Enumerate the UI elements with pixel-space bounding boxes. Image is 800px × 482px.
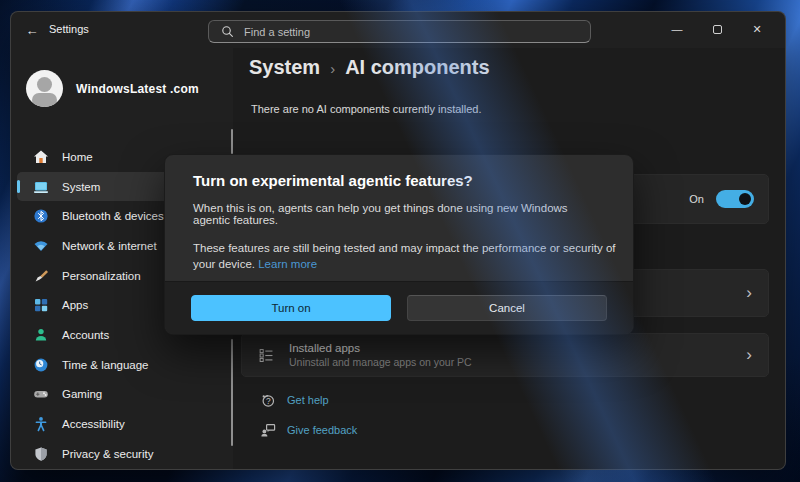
cancel-button[interactable]: Cancel: [407, 295, 607, 321]
search-placeholder: Find a setting: [244, 26, 310, 38]
sidebar-item-label: Personalization: [62, 270, 141, 282]
sidebar-item-label: Gaming: [62, 388, 102, 400]
gaming-icon: [32, 386, 49, 403]
system-icon: [32, 178, 49, 195]
sidebar-item-label: Apps: [62, 299, 88, 311]
sidebar-item-time-language[interactable]: Time & language: [17, 350, 223, 380]
home-icon: [32, 148, 49, 165]
desktop-wallpaper: ← Settings Find a setting — ✕ WindowsLat…: [0, 0, 800, 482]
agentic-features-dialog: Turn on experimental agentic features? W…: [164, 154, 634, 335]
close-button[interactable]: ✕: [737, 16, 777, 42]
window-controls: — ✕: [657, 16, 777, 42]
sidebar-item-windows-update[interactable]: Windows Update: [17, 469, 223, 470]
account-profile[interactable]: WindowsLatest .com: [26, 70, 199, 107]
sidebar-item-label: Bluetooth & devices: [62, 210, 164, 222]
sidebar-item-privacy[interactable]: Privacy & security: [17, 439, 223, 469]
turn-on-button[interactable]: Turn on: [191, 295, 391, 321]
account-name: WindowsLatest .com: [76, 82, 199, 96]
sidebar-item-label: Accounts: [62, 329, 109, 341]
titlebar: ← Settings Find a setting — ✕: [11, 12, 785, 48]
search-icon: [219, 23, 236, 40]
dialog-footer: Turn on Cancel: [165, 281, 633, 334]
dialog-paragraph-1: When this is on, agents can help you get…: [193, 202, 605, 226]
apps-icon: [32, 297, 49, 314]
minimize-button[interactable]: —: [657, 16, 697, 42]
maximize-button[interactable]: [697, 16, 737, 42]
accounts-icon: [32, 326, 49, 343]
learn-more-link[interactable]: Learn more: [258, 258, 317, 270]
sidebar-item-label: Accessibility: [62, 418, 125, 430]
personalization-icon: [32, 267, 49, 284]
time-language-icon: [32, 356, 49, 373]
settings-window: ← Settings Find a setting — ✕ WindowsLat…: [10, 11, 786, 470]
close-icon: ✕: [752, 23, 761, 36]
accessibility-icon: [32, 416, 49, 433]
back-arrow-icon: ←: [26, 23, 39, 38]
bluetooth-icon: [32, 208, 49, 225]
sidebar-item-gaming[interactable]: Gaming: [17, 380, 223, 410]
sidebar-item-label: Time & language: [62, 359, 149, 371]
privacy-icon: [32, 445, 49, 462]
minimize-icon: —: [672, 23, 683, 35]
back-button[interactable]: ←: [21, 21, 43, 39]
network-icon: [32, 237, 49, 254]
sidebar-item-label: System: [62, 181, 100, 193]
avatar: [26, 70, 63, 107]
sidebar-item-accessibility[interactable]: Accessibility: [17, 409, 223, 439]
sidebar-item-label: Network & internet: [62, 240, 157, 252]
dialog-paragraph-2: These features are still being tested an…: [193, 240, 623, 272]
window-title: Settings: [49, 23, 89, 35]
dialog-paragraph-2-text: These features are still being tested an…: [193, 242, 616, 270]
dialog-title: Turn on experimental agentic features?: [193, 172, 605, 189]
sidebar-item-label: Home: [62, 151, 93, 163]
search-input[interactable]: Find a setting: [208, 20, 591, 43]
dialog-body: Turn on experimental agentic features? W…: [165, 155, 633, 272]
sidebar-item-label: Privacy & security: [62, 448, 153, 460]
maximize-icon: [713, 25, 722, 34]
